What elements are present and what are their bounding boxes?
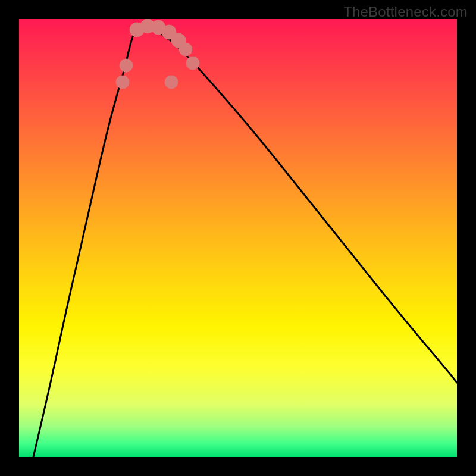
watermark-text: TheBottleneck.com <box>343 4 468 20</box>
curve-marker <box>186 57 199 70</box>
bottleneck-curve <box>33 27 457 457</box>
plot-area <box>19 19 457 457</box>
bottleneck-curve-svg <box>19 19 457 457</box>
curve-marker <box>120 59 133 72</box>
curve-marker <box>116 76 129 89</box>
chart-frame: TheBottleneck.com <box>0 0 476 476</box>
curve-marker <box>179 43 192 56</box>
curve-marker <box>165 76 178 89</box>
